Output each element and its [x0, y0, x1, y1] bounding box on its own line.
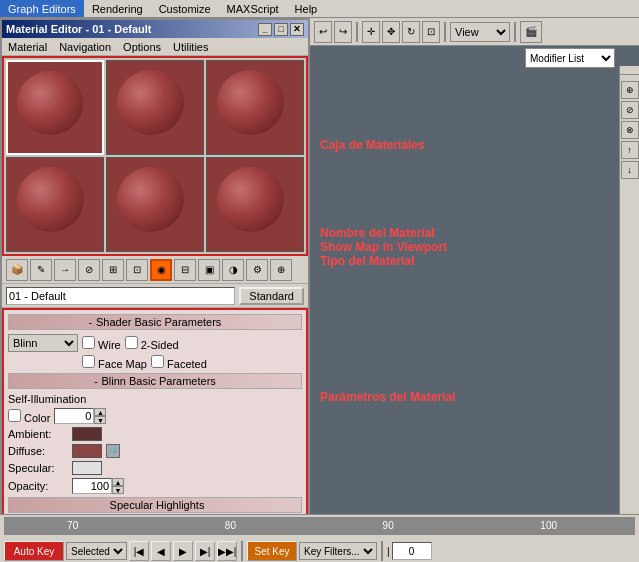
minimize-btn[interactable]: _: [258, 23, 272, 36]
mat-btn-getmaterial[interactable]: 📦: [6, 259, 28, 281]
right-icon-3[interactable]: ⊗: [621, 121, 639, 139]
menu-graph-editors[interactable]: Graph Editors: [0, 0, 84, 17]
right-icon-5[interactable]: ↓: [621, 161, 639, 179]
color-down[interactable]: ▼: [94, 416, 106, 424]
blinn-section-header: - Blinn Basic Parameters: [8, 373, 302, 389]
prev-frame-btn[interactable]: |◀: [129, 541, 149, 561]
menu-maxscript[interactable]: MAXScript: [219, 0, 287, 17]
color-check[interactable]: [8, 409, 21, 422]
mat-btn-options[interactable]: ⚙: [246, 259, 268, 281]
frame-input[interactable]: 0: [392, 542, 432, 560]
spec-highlights-header: Specular Highlights: [8, 497, 302, 513]
close-btn[interactable]: ✕: [290, 23, 304, 36]
diffuse-color[interactable]: [72, 444, 102, 458]
maximize-btn[interactable]: □: [274, 23, 288, 36]
mat-btn-assign[interactable]: →: [54, 259, 76, 281]
annotation-caja-materiales: Caja de Materiales: [320, 138, 425, 152]
toolbar-scale[interactable]: ⊡: [422, 21, 440, 43]
mat-menu-options[interactable]: Options: [117, 38, 167, 55]
autokey-btn[interactable]: Auto Key: [4, 541, 64, 561]
mat-btn-showend[interactable]: ⊟: [174, 259, 196, 281]
shader-collapse[interactable]: -: [89, 317, 92, 328]
next-frame-btn[interactable]: ▶|: [195, 541, 215, 561]
sep1: [356, 22, 358, 42]
sep2: [444, 22, 446, 42]
ambient-color[interactable]: [72, 427, 102, 441]
mat-btn-showmap[interactable]: ◉: [150, 259, 172, 281]
facemap-check[interactable]: [82, 355, 95, 368]
annotation-tipo-material: Tipo del Material: [320, 254, 414, 268]
mat-btn-backlight[interactable]: ◑: [222, 259, 244, 281]
mat-btn-make-unique[interactable]: ⊡: [126, 259, 148, 281]
mat-swatch-6[interactable]: [206, 157, 304, 252]
opacity-up[interactable]: ▲: [112, 478, 124, 486]
mat-swatches-area: [2, 56, 308, 256]
mat-btn-reset[interactable]: ⊘: [78, 259, 100, 281]
color-value[interactable]: 0: [54, 408, 94, 424]
wire-label: Wire: [82, 336, 121, 351]
color-check-label: Color: [8, 409, 50, 424]
color-up[interactable]: ▲: [94, 408, 106, 416]
faceted-check[interactable]: [151, 355, 164, 368]
opacity-down[interactable]: ▼: [112, 486, 124, 494]
opacity-value[interactable]: [72, 478, 112, 494]
viewport-toolbar: ↩ ↪ ✛ ✥ ↻ ⊡ View 🎬: [310, 18, 639, 46]
menu-rendering[interactable]: Rendering: [84, 0, 151, 17]
shader-section-title: Shader Basic Parameters: [96, 316, 221, 328]
opacity-row: Opacity: ▲ ▼: [8, 478, 302, 494]
anim-mode-select[interactable]: Selected: [66, 542, 127, 560]
sep3: [514, 22, 516, 42]
mat-menu-navigation[interactable]: Navigation: [53, 38, 117, 55]
mat-btn-bg[interactable]: ▣: [198, 259, 220, 281]
shader-select[interactable]: Blinn: [8, 334, 78, 352]
setkey-btn[interactable]: Set Key: [247, 541, 297, 561]
blinn-section-title: Blinn Basic Parameters: [102, 375, 216, 387]
mat-swatch-5[interactable]: [106, 157, 204, 252]
menu-help[interactable]: Help: [287, 0, 326, 17]
toolbar-select[interactable]: ✛: [362, 21, 380, 43]
mat-btn-copy[interactable]: ⊞: [102, 259, 124, 281]
right-icon-2[interactable]: ⊘: [621, 101, 639, 119]
modifier-list-select[interactable]: Modifier List: [525, 48, 615, 68]
diffuse-lock[interactable]: 🔗: [106, 444, 120, 458]
mat-menubar: Material Navigation Options Utilities: [2, 38, 308, 56]
last-frame-btn[interactable]: ▶▶|: [217, 541, 237, 561]
blinn-collapse[interactable]: -: [94, 376, 97, 387]
play-btn[interactable]: ▶: [173, 541, 193, 561]
toolbar-redo[interactable]: ↪: [334, 21, 352, 43]
menu-customize[interactable]: Customize: [151, 0, 219, 17]
mat-menu-utilities[interactable]: Utilities: [167, 38, 214, 55]
timeline-track[interactable]: 70 80 90 100: [4, 517, 635, 535]
mat-swatch-4[interactable]: [6, 157, 104, 252]
keyfilters-select[interactable]: Key Filters...: [299, 542, 377, 560]
toolbar-undo[interactable]: ↩: [314, 21, 332, 43]
mat-swatch-3[interactable]: [206, 60, 304, 155]
annotation-show-map: Show Map in Viewport: [320, 240, 447, 254]
toolbar-move[interactable]: ✥: [382, 21, 400, 43]
right-icon-1[interactable]: ⊕: [621, 81, 639, 99]
timeline-num-70: 70: [67, 520, 78, 531]
mat-swatch-2[interactable]: [106, 60, 204, 155]
mat-swatch-1[interactable]: [6, 60, 104, 155]
mat-menu-material[interactable]: Material: [2, 38, 53, 55]
modifier-list-label: [620, 70, 639, 75]
view-select[interactable]: View: [450, 22, 510, 42]
toolbar-rotate[interactable]: ↻: [402, 21, 420, 43]
annotation-parametros: Parámetros del Material: [320, 390, 455, 404]
mat-type-btn[interactable]: Standard: [239, 287, 304, 305]
specular-color[interactable]: [72, 461, 102, 475]
faceted-label: Faceted: [151, 355, 207, 370]
mat-btn-pickmat[interactable]: ⊕: [270, 259, 292, 281]
mat-btn-putmaterial[interactable]: ✎: [30, 259, 52, 281]
mat-toolbar: 📦 ✎ → ⊘ ⊞ ⊡ ◉ ⊟ ▣ ◑ ⚙ ⊕: [2, 256, 308, 284]
right-icon-4[interactable]: ↑: [621, 141, 639, 159]
play-back-btn[interactable]: ◀: [151, 541, 171, 561]
wire-check[interactable]: [82, 336, 95, 349]
twosided-check[interactable]: [125, 336, 138, 349]
bottom-controls: Auto Key Selected |◀ ◀ ▶ ▶| ▶▶| Set Key …: [0, 537, 639, 562]
mat-name-input[interactable]: [6, 287, 235, 305]
viewport-area: ↩ ↪ ✛ ✥ ↻ ⊡ View 🎬 ⊕ ⊘ ⊗ ↑ ↓ Modifier Li…: [310, 18, 639, 562]
toolbar-render[interactable]: 🎬: [520, 21, 542, 43]
spec-highlights-title: Specular Highlights: [110, 499, 205, 511]
autokey-label: Auto Key: [14, 546, 55, 557]
